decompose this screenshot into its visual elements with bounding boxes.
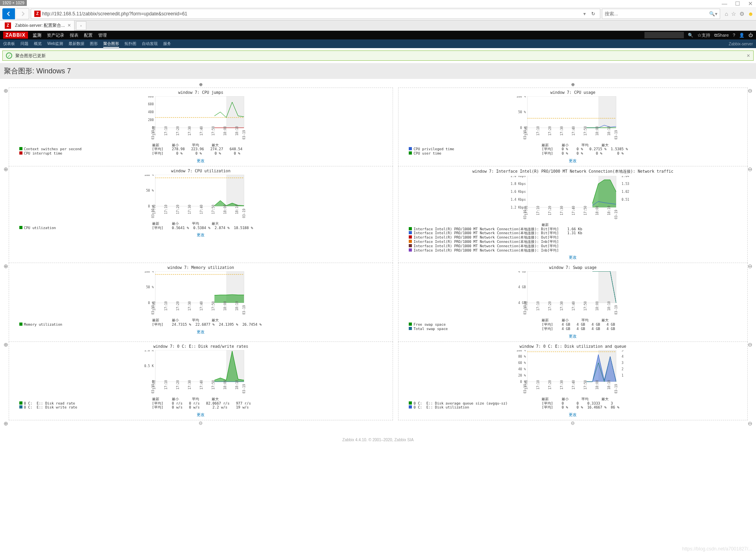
svg-text:17:10: 17:10 — [536, 380, 540, 390]
screen-cell[interactable]: window 7: CPU utilization 0 %50 %100 %17… — [9, 166, 393, 263]
subnav-图形[interactable]: 图形 — [90, 41, 98, 47]
zabbix-logo[interactable]: ZABBIX — [3, 32, 28, 39]
add-column-button[interactable]: ⊕ — [398, 82, 747, 88]
subnav-聚合图形[interactable]: 聚合图形 — [103, 41, 119, 48]
close-message-icon[interactable]: ✕ — [747, 53, 750, 58]
tab-close-icon[interactable]: ✕ — [67, 23, 71, 28]
change-link[interactable]: 更改 — [569, 412, 577, 417]
add-row-button[interactable]: ⊕ — [3, 341, 9, 420]
svg-text:03-19: 03-19 — [242, 130, 246, 139]
window-minimize-icon[interactable]: — — [722, 0, 727, 7]
nav-监测[interactable]: 监测 — [33, 33, 41, 37]
chart-legend: 最新 最小 平均 最大Memory utilization [平均] 24.73… — [11, 318, 391, 327]
subnav-自动发现[interactable]: 自动发现 — [142, 41, 158, 47]
browser-tab-active[interactable]: Z Zabbix-server: 配置聚合... ✕ — [0, 21, 74, 31]
change-link[interactable]: 更改 — [197, 330, 205, 334]
screen-cell[interactable]: window 7: Swap usage 4 GB4 GB4 GB17:0017… — [398, 263, 747, 341]
remove-row-button[interactable]: ⊖ — [747, 88, 753, 166]
url-input[interactable] — [42, 11, 581, 17]
help-icon[interactable]: ? — [733, 33, 735, 37]
svg-text:17:20: 17:20 — [176, 380, 180, 390]
remove-column-button[interactable]: ⊖ — [9, 420, 393, 427]
screen-cell[interactable]: window 7: CPU usage 0 %50 %100 %17:0017:… — [398, 88, 747, 166]
add-row-button[interactable]: ⊕ — [3, 88, 9, 166]
svg-text:17:50: 17:50 — [212, 205, 215, 214]
back-button[interactable] — [2, 8, 15, 19]
zabbix-search-input[interactable] — [644, 32, 684, 38]
remove-column-button[interactable]: ⊖ — [398, 420, 747, 427]
subnav-最新数据[interactable]: 最新数据 — [69, 41, 84, 47]
subnav-服务[interactable]: 服务 — [163, 41, 171, 47]
screen-cell[interactable]: window 7: Interface Intel(R) PRO/1000 MT… — [398, 166, 747, 263]
svg-text:60 %: 60 % — [518, 361, 526, 365]
dropdown-icon[interactable]: ▾ — [581, 11, 588, 17]
svg-text:4 GB: 4 GB — [518, 271, 526, 273]
nav-报表[interactable]: 报表 — [70, 33, 78, 37]
svg-rect-34 — [226, 175, 244, 206]
svg-text:18:10: 18:10 — [235, 380, 239, 390]
search-input[interactable] — [605, 11, 709, 17]
add-row-button[interactable]: ⊕ — [3, 166, 9, 263]
screen-cell[interactable]: window 7: CPU jumps 020040060080017:0017… — [9, 88, 393, 166]
new-tab-button[interactable]: ▫ — [76, 21, 86, 30]
subnav-拓扑图[interactable]: 拓扑图 — [125, 41, 136, 47]
favorites-icon[interactable]: ☆ — [731, 11, 736, 17]
nav-管理[interactable]: 管理 — [98, 33, 107, 37]
subnav-问题[interactable]: 问题 — [20, 41, 28, 47]
svg-text:17:30: 17:30 — [560, 206, 564, 215]
home-icon[interactable]: ⌂ — [725, 11, 728, 17]
change-link[interactable]: 更改 — [569, 255, 577, 259]
svg-text:50 %: 50 % — [146, 189, 154, 192]
change-link[interactable]: 更改 — [569, 159, 577, 163]
window-titlebar: — ☐ ✕ — [0, 0, 756, 7]
refresh-icon[interactable]: ↻ — [588, 11, 598, 17]
svg-text:1.02: 1.02 — [622, 190, 629, 194]
host-label: Zabbix-server — [729, 42, 753, 46]
svg-text:800: 800 — [148, 96, 154, 98]
support-link[interactable]: ☆支持 — [697, 32, 710, 38]
smiley-icon[interactable]: ☻ — [748, 11, 754, 17]
svg-text:17:20: 17:20 — [176, 205, 180, 214]
subnav-概览[interactable]: 概览 — [34, 41, 42, 47]
remove-row-button[interactable]: ⊖ — [747, 420, 753, 427]
svg-rect-87 — [598, 271, 616, 303]
screen-editor: ⊕ ⊕ ⊕window 7: CPU jumps 020040060080017… — [3, 82, 753, 427]
nav-配置[interactable]: 配置 — [84, 33, 93, 37]
remove-row-button[interactable]: ⊖ — [747, 263, 753, 341]
chart-swap: 4 GB4 GB4 GB17:0017:1017:2017:3017:4017:… — [506, 271, 640, 317]
change-link[interactable]: 更改 — [197, 412, 205, 417]
subnav-仪表板[interactable]: 仪表板 — [3, 41, 15, 47]
window-close-icon[interactable]: ✕ — [748, 0, 753, 7]
tab-title: Zabbix-server: 配置聚合... — [15, 22, 65, 28]
remove-row-button[interactable]: ⊖ — [747, 341, 753, 420]
svg-text:200: 200 — [148, 118, 154, 122]
search-icon[interactable]: 🔍 — [688, 33, 693, 38]
address-bar[interactable]: Z ▾ ↻ — [31, 9, 600, 19]
screen-cell[interactable]: window 7: 0 C: E:: Disk utilization and … — [398, 341, 747, 420]
forward-button[interactable] — [17, 8, 29, 19]
change-link[interactable]: 更改 — [197, 159, 205, 163]
subnav-Web监测[interactable]: Web监测 — [47, 41, 63, 47]
screen-cell[interactable]: window 7: 0 C: E:: Disk read/write rates… — [9, 341, 393, 420]
chart-disk_util: 0 %20 %40 %60 %80 %100 %17:0017:1017:201… — [506, 350, 640, 395]
svg-text:17:50: 17:50 — [584, 206, 587, 215]
svg-text:17:10: 17:10 — [164, 380, 168, 390]
add-column-button[interactable]: ⊕ — [9, 82, 393, 88]
svg-text:17:50: 17:50 — [584, 380, 587, 390]
remove-row-button[interactable]: ⊖ — [747, 166, 753, 263]
settings-icon[interactable]: ⚙ — [739, 11, 745, 17]
screen-cell[interactable]: window 7: Memory utilization 0 %50 %100 … — [9, 263, 393, 341]
add-row-button[interactable]: ⊕ — [3, 420, 9, 427]
share-link[interactable]: ⧉Share — [714, 33, 729, 38]
power-icon[interactable]: ⏻ — [749, 33, 753, 37]
change-link[interactable]: 更改 — [197, 233, 205, 237]
svg-text:18:10: 18:10 — [607, 126, 611, 135]
browser-search[interactable]: 🔍▾ — [602, 9, 720, 19]
nav-资产记录[interactable]: 资产记录 — [47, 33, 64, 37]
search-icon[interactable]: 🔍▾ — [709, 11, 717, 17]
add-row-button[interactable]: ⊕ — [3, 263, 9, 341]
chart-legend: 最新 最小 平均 最大0 C: E:: Disk read rate [平均] … — [11, 397, 391, 410]
user-icon[interactable]: 👤 — [739, 33, 745, 38]
window-maximize-icon[interactable]: ☐ — [735, 0, 740, 7]
change-link[interactable]: 更改 — [569, 334, 577, 338]
